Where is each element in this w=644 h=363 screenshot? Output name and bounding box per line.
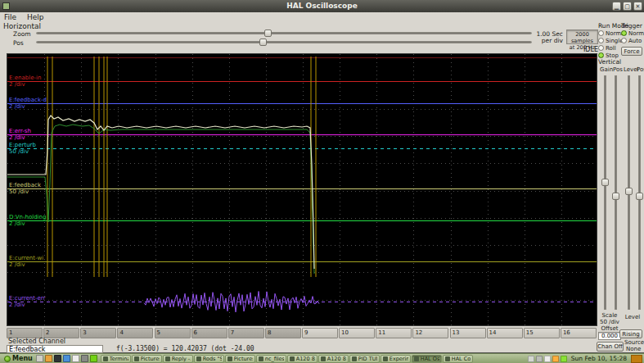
- zoom-slider[interactable]: [36, 29, 532, 37]
- maximize-button[interactable]: ▢: [623, 2, 632, 11]
- channel-button-8[interactable]: 8: [265, 328, 301, 338]
- level-slider-handle[interactable]: [625, 188, 633, 195]
- taskbar-window-button-7[interactable]: A120 80...: [287, 355, 317, 363]
- vertical-pos-slider[interactable]: [612, 75, 619, 310]
- trigger-group: Trigger NormalAuto: [621, 22, 644, 44]
- taskbar-window-button-11[interactable]: HAL Osc...: [412, 355, 442, 363]
- clock[interactable]: Sun Feb 10, 15:28: [569, 355, 629, 362]
- channel-button-7[interactable]: 7: [228, 328, 264, 338]
- pos-slider-handle[interactable]: [259, 39, 267, 46]
- channel-label-5: E:feedback50 /div: [9, 182, 41, 195]
- volume-tray-icon[interactable]: [544, 356, 551, 362]
- force-trigger-button[interactable]: Force: [621, 47, 642, 56]
- taskbar-window-button-3[interactable]: Reply -...: [163, 355, 193, 363]
- channel-button-11[interactable]: 11: [376, 328, 412, 338]
- gain-slider-track[interactable]: [604, 75, 606, 310]
- channel-button-3[interactable]: 3: [80, 328, 116, 338]
- offset-label: Offset: [598, 325, 621, 332]
- acquisition-state-label: IDLE: [563, 46, 598, 53]
- window-icon: [227, 356, 232, 361]
- taskbar-window-button-2[interactable]: Pictures: [132, 355, 162, 363]
- taskbar-window-button-10[interactable]: Experim...: [381, 355, 411, 363]
- titlebar[interactable]: HAL Oscilloscope ▁ ▢ ✕: [0, 0, 644, 12]
- channel-button-9[interactable]: 9: [302, 328, 338, 338]
- scale-value: 50 /div: [598, 319, 621, 325]
- web-browser-launcher-icon[interactable]: [63, 355, 70, 362]
- gain-slider-handle[interactable]: [601, 179, 609, 186]
- clipboard-tray-icon[interactable]: [528, 356, 534, 362]
- file-manager-launcher-icon[interactable]: [45, 355, 52, 362]
- calculator-launcher-icon[interactable]: [81, 355, 88, 362]
- terminal-launcher-icon[interactable]: [54, 355, 61, 362]
- taskbar-window-button-4[interactable]: Rods "S...: [194, 355, 224, 363]
- vertical-gain-slider[interactable]: [601, 75, 609, 310]
- battery-tray-icon[interactable]: [561, 356, 567, 362]
- radio-normal[interactable]: Normal: [621, 29, 644, 37]
- taskbar-window-button-9[interactable]: PID TUNE: [349, 355, 380, 363]
- horizontal-pos-slider[interactable]: [36, 39, 532, 46]
- close-button[interactable]: ✕: [633, 2, 642, 11]
- notification-tray-icon[interactable]: [552, 356, 559, 362]
- channel-button-13[interactable]: 13: [450, 328, 486, 338]
- chan-off-button[interactable]: Chan Off: [597, 342, 624, 352]
- channel-button-15[interactable]: 15: [524, 328, 560, 338]
- channel-label-6: D:Vn-holding2 /div: [9, 214, 46, 227]
- selected-channel-label: Selected Channel: [8, 338, 65, 345]
- radio-normal[interactable]: Normal: [598, 29, 621, 37]
- trigger-pos-slider[interactable]: [636, 75, 643, 310]
- radio-roll[interactable]: Roll: [598, 44, 621, 52]
- scale-label: Scale: [598, 312, 621, 319]
- desktop: HAL Oscilloscope ▁ ▢ ✕ File Help Horizon…: [0, 0, 644, 363]
- zoom-slider-handle[interactable]: [264, 29, 272, 37]
- taskbar-window-button-12[interactable]: HAL Co...: [443, 355, 473, 363]
- minimize-button[interactable]: ▁: [612, 2, 621, 11]
- channel-button-row: 12345678910111213141516: [7, 328, 599, 338]
- trigger-level-slider[interactable]: [625, 75, 633, 310]
- vertical-pos-label: Pos: [613, 66, 623, 73]
- taskbar-window-button-8[interactable]: A120 80...: [318, 355, 349, 363]
- text-editor-launcher-icon[interactable]: [72, 355, 79, 362]
- taskbar-window-button-6[interactable]: nc_files: [256, 355, 286, 363]
- window-title-label: Rods "S...: [203, 356, 222, 362]
- tpos-slider-handle[interactable]: [636, 193, 643, 200]
- menubar: File Help: [0, 12, 47, 22]
- window-title-label: A120 80...: [296, 356, 315, 362]
- vpos-slider-handle[interactable]: [612, 193, 619, 200]
- channel-button-12[interactable]: 12: [412, 328, 448, 338]
- channel-button-14[interactable]: 14: [487, 328, 523, 338]
- system-tray: Sun Feb 10, 15:28: [528, 355, 642, 363]
- channel-button-16[interactable]: 16: [561, 328, 597, 338]
- selected-channel-input[interactable]: [7, 345, 103, 353]
- channel-button-4[interactable]: 4: [117, 328, 153, 338]
- radio-dot-icon: [621, 38, 627, 43]
- taskbar-window-button-5[interactable]: Pictures: [225, 355, 255, 363]
- show-desktop-launcher-icon[interactable]: [36, 355, 43, 362]
- samples-count: 2000 samples: [567, 31, 597, 44]
- source-value: None: [626, 346, 641, 352]
- panel-corner-applet[interactable]: [631, 355, 642, 363]
- gain-label: Gain: [600, 66, 613, 73]
- radio-single[interactable]: Single: [598, 37, 621, 44]
- menu-file[interactable]: File: [0, 12, 20, 22]
- taskbar-window-button-1[interactable]: Terminal: [101, 355, 131, 363]
- per-div-label: per div: [534, 37, 563, 44]
- trigger-edge-button[interactable]: Rising: [619, 329, 642, 338]
- channel-label-8: E:current-err2 /div: [9, 295, 46, 308]
- radio-dot-icon: [598, 38, 604, 43]
- window-controls: ▁ ▢ ✕: [612, 2, 642, 11]
- taskbar-menu-button[interactable]: Menu: [2, 354, 35, 363]
- network-tray-icon[interactable]: [536, 356, 543, 362]
- radio-label: Roll: [606, 45, 616, 52]
- samples-rate-display[interactable]: 2000 samples at 200 Hz: [566, 29, 598, 44]
- window-title-label: HAL Osc...: [421, 356, 439, 362]
- radio-auto[interactable]: Auto: [621, 37, 644, 44]
- screenshot-launcher-icon[interactable]: [90, 355, 97, 362]
- channel-button-10[interactable]: 10: [339, 328, 375, 338]
- menu-help[interactable]: Help: [23, 12, 48, 22]
- pos-slider-track[interactable]: [36, 41, 532, 43]
- channel-button-6[interactable]: 6: [191, 328, 227, 338]
- channel-button-5[interactable]: 5: [155, 328, 191, 338]
- offset-value-display[interactable]: 0.000: [598, 332, 621, 340]
- launcher-area: [36, 355, 97, 362]
- zoom-slider-track[interactable]: [36, 32, 532, 34]
